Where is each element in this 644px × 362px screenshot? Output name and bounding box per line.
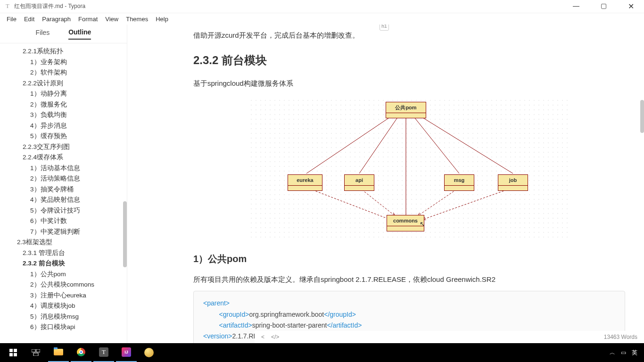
editor-scrollbar[interactable] <box>640 100 644 133</box>
svg-rect-14 <box>36 349 40 352</box>
menu-edit[interactable]: Edit <box>20 15 38 24</box>
taskbar-explorer[interactable] <box>48 343 69 362</box>
outline-item[interactable]: 2.2.1系统拓扑 <box>0 46 127 57</box>
outline-item[interactable]: 1）活动基本信息 <box>0 163 127 174</box>
p-springcloud: 基于springcloud构建微服务体系 <box>193 77 625 90</box>
heading-232: h12.3.2 前台模块 <box>193 51 625 70</box>
outline-item[interactable]: 4）奖品映射信息 <box>0 195 127 206</box>
outline-item[interactable]: 2）微服务化 <box>0 99 127 110</box>
outline-item[interactable]: 7）中奖逻辑判断 <box>0 227 127 238</box>
word-count[interactable]: 13463 Words <box>604 334 637 340</box>
diagram-box-job: job <box>498 174 528 191</box>
typora-icon: T <box>99 347 108 357</box>
title-bar: T 红包雨项目课件.md - Typora ― ▢ ✕ <box>0 0 644 13</box>
diagram-box-eureka: eureka <box>288 174 322 191</box>
outline-item[interactable]: 2.3.2 前台模块 <box>0 258 127 269</box>
maximize-button[interactable]: ▢ <box>594 2 613 11</box>
sidebar-tabs: Files Outline <box>0 25 127 43</box>
close-button[interactable]: ✕ <box>621 2 640 11</box>
menu-view[interactable]: View <box>101 15 122 24</box>
outline-item[interactable]: 5）令牌设计技巧 <box>0 206 127 216</box>
outline-item[interactable]: 6）中奖计数 <box>0 216 127 227</box>
task-view-button[interactable] <box>25 343 46 362</box>
intellij-icon: IJ <box>122 347 131 357</box>
outline-item[interactable]: 3）抽奖令牌桶 <box>0 184 127 195</box>
outline-item[interactable]: 1）动静分离 <box>0 89 127 99</box>
menu-bar: File Edit Paragraph Format View Themes H… <box>0 13 644 25</box>
p-pom-desc: 所有项目共用的依赖及版本定义。继承自springboot 2.1.7.RELEA… <box>193 273 625 286</box>
outline-item[interactable]: 2）公共模块commons <box>0 280 127 290</box>
svg-line-1 <box>359 117 398 173</box>
outline-item[interactable]: 2.2.2设计原则 <box>0 78 127 89</box>
tab-files[interactable]: Files <box>36 29 50 39</box>
svg-rect-10 <box>14 349 17 352</box>
tray-ime-lang[interactable]: 英 <box>632 349 637 357</box>
app-icon: T <box>4 3 11 10</box>
taskbar-intellij[interactable]: IJ <box>116 343 137 362</box>
svg-line-0 <box>306 117 390 173</box>
folder-icon <box>54 349 63 355</box>
outline-item[interactable]: 3）注册中心eureka <box>0 290 127 301</box>
menu-format[interactable]: Format <box>74 15 101 24</box>
tab-outline[interactable]: Outline <box>68 28 91 40</box>
outline-list: 2.2.1系统拓扑1）业务架构2）软件架构2.2.2设计原则1）动静分离2）微服… <box>0 43 127 343</box>
svg-line-6 <box>359 188 395 216</box>
architecture-diagram: 公共pom eureka api msg job commons ↖ <box>249 98 570 239</box>
intro-paragraph: 借助开源zcurd开发平台，完成后台基本的增删改查。 <box>193 29 625 41</box>
outline-item[interactable]: 6）接口模块api <box>0 322 127 333</box>
main-area: Files Outline 2.2.1系统拓扑1）业务架构2）软件架构2.2.2… <box>0 25 644 343</box>
heading-pom: 1）公共pom <box>193 251 625 267</box>
tray-chevron-icon[interactable]: ︿ <box>610 349 615 357</box>
outline-item[interactable]: 2.3.1 管理后台 <box>0 248 127 259</box>
editor-content[interactable]: 借助开源zcurd开发平台，完成后台基本的增删改查。 h12.3.2 前台模块 … <box>127 25 644 343</box>
svg-line-4 <box>421 117 513 173</box>
chrome-icon <box>77 348 85 356</box>
svg-rect-13 <box>32 349 35 352</box>
outline-item[interactable]: 3）负载均衡 <box>0 110 127 121</box>
window-title: 红包雨项目课件.md - Typora <box>14 2 567 10</box>
status-bar: < </> 13463 Words <box>255 331 644 343</box>
diagram-box-api: api <box>344 174 374 191</box>
app-circle-icon <box>144 348 154 357</box>
outline-item[interactable]: 1）公共pom <box>0 269 127 280</box>
outline-item[interactable]: 2）软件架构 <box>0 67 127 78</box>
outline-item[interactable]: 4）异步消息 <box>0 121 127 132</box>
toggle-sidebar-button[interactable]: < <box>261 334 264 340</box>
taskbar-chrome[interactable] <box>71 343 91 362</box>
diagram-box-msg: msg <box>444 174 474 191</box>
svg-rect-9 <box>9 349 13 352</box>
diagram-box-pom: 公共pom <box>386 102 426 119</box>
svg-line-3 <box>414 117 459 173</box>
outline-item[interactable]: 1）业务架构 <box>0 57 127 68</box>
menu-file[interactable]: File <box>3 15 20 24</box>
source-mode-button[interactable]: </> <box>271 334 279 340</box>
sidebar-scrollbar[interactable] <box>123 201 127 267</box>
taskbar-typora[interactable]: T <box>93 343 114 362</box>
svg-line-7 <box>418 188 459 216</box>
svg-rect-11 <box>9 353 13 356</box>
menu-themes[interactable]: Themes <box>122 15 152 24</box>
taskbar-app[interactable] <box>139 343 159 362</box>
outline-item[interactable]: 2.2.3交互序列图 <box>0 142 127 153</box>
tray-ime-toggle[interactable]: ▭ <box>621 349 626 356</box>
outline-item[interactable]: 2.2.4缓存体系 <box>0 152 127 163</box>
heading-badge: h1 <box>380 25 389 31</box>
menu-help[interactable]: Help <box>152 15 172 24</box>
outline-item[interactable]: 2）活动策略信息 <box>0 173 127 184</box>
minimize-button[interactable]: ― <box>567 2 586 11</box>
outline-item[interactable]: 5）消息模块msg <box>0 312 127 322</box>
start-button[interactable] <box>3 343 24 362</box>
system-tray: ︿ ▭ 英 <box>610 349 641 357</box>
cursor-icon: ↖ <box>420 219 425 230</box>
outline-item[interactable]: 4）调度模块job <box>0 301 127 312</box>
window-controls: ― ▢ ✕ <box>567 2 640 11</box>
sidebar: Files Outline 2.2.1系统拓扑1）业务架构2）软件架构2.2.2… <box>0 25 127 343</box>
svg-line-5 <box>306 188 390 220</box>
windows-taskbar: T IJ ︿ ▭ 英 <box>0 343 644 362</box>
svg-rect-15 <box>33 353 38 356</box>
editor: 借助开源zcurd开发平台，完成后台基本的增删改查。 h12.3.2 前台模块 … <box>127 25 644 343</box>
outline-item[interactable]: 5）缓存预热 <box>0 131 127 142</box>
menu-paragraph[interactable]: Paragraph <box>38 15 74 24</box>
outline-item[interactable]: 2.3框架选型 <box>0 237 127 248</box>
diagram-box-commons: commons <box>387 215 424 232</box>
